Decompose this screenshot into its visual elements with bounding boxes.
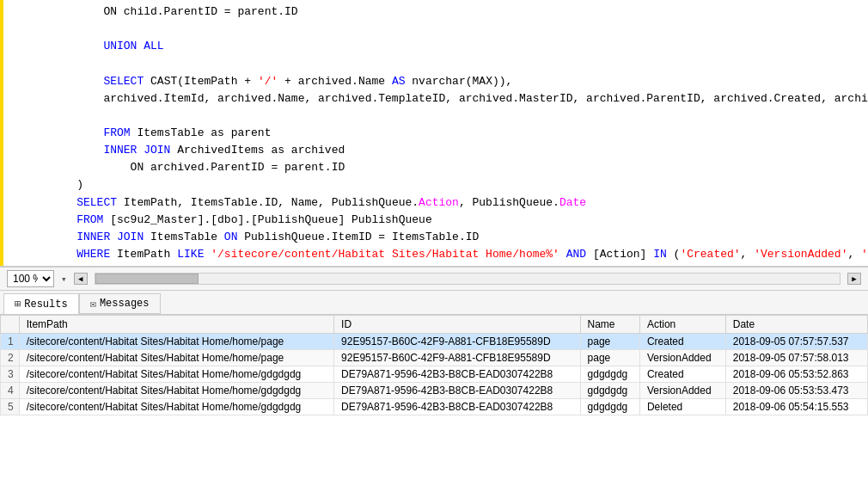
- cell-name: page: [580, 334, 639, 350]
- cell-name: gdgdgdg: [580, 366, 639, 383]
- scroll-right-arrow[interactable]: ▶: [847, 273, 861, 285]
- row-number: 1: [1, 334, 20, 350]
- row-number: 5: [1, 399, 20, 415]
- cell-itempath: /sitecore/content/Habitat Sites/Habitat …: [19, 350, 333, 366]
- cell-date: 2018-09-05 07:57:57.537: [725, 334, 867, 350]
- cell-action: Created: [639, 366, 725, 383]
- cell-id: DE79A871-9596-42B3-B8CB-EAD0307422B8: [334, 366, 580, 383]
- grid-icon: ⊞: [15, 298, 21, 311]
- cell-id: 92E95157-B60C-42F9-A881-CFB18E95589D: [334, 350, 580, 366]
- cell-id: DE79A871-9596-42B3-B8CB-EAD0307422B8: [334, 383, 580, 399]
- table-row[interactable]: 5 /sitecore/content/Habitat Sites/Habita…: [1, 399, 868, 415]
- msg-icon: ✉: [90, 298, 96, 311]
- cell-name: gdgdgdg: [580, 399, 639, 415]
- col-action: Action: [639, 316, 725, 334]
- cell-id: 92E95157-B60C-42F9-A881-CFB18E95589D: [334, 334, 580, 350]
- tab-results[interactable]: ⊞ Results: [3, 293, 79, 314]
- status-bar: 100 % 75 % 50 % ▾ ◀ ▶: [0, 267, 868, 291]
- cell-itempath: /sitecore/content/Habitat Sites/Habitat …: [19, 383, 333, 399]
- scroll-left-arrow[interactable]: ◀: [74, 273, 88, 285]
- table-row[interactable]: 2 /sitecore/content/Habitat Sites/Habita…: [1, 350, 868, 366]
- table-header-row: ItemPath ID Name Action Date: [1, 316, 868, 334]
- row-number: 2: [1, 350, 20, 366]
- zoom-select[interactable]: 100 % 75 % 50 %: [7, 270, 54, 287]
- table-row[interactable]: 1 /sitecore/content/Habitat Sites/Habita…: [1, 334, 868, 350]
- col-date: Date: [725, 316, 867, 334]
- results-table: ItemPath ID Name Action Date 1 /sitecore…: [0, 315, 868, 415]
- scroll-thumb: [95, 274, 199, 284]
- code-lines: ON child.ParentID = parent.ID UNION ALL …: [43, 0, 868, 267]
- zoom-down-icon[interactable]: ▾: [61, 274, 67, 285]
- cell-date: 2018-09-05 07:57:58.013: [725, 350, 867, 366]
- yellow-indicator: [0, 0, 3, 266]
- row-number: 4: [1, 383, 20, 399]
- cell-name: gdgdgdg: [580, 383, 639, 399]
- cell-date: 2018-09-06 05:54:15.553: [725, 399, 867, 415]
- cell-action: Deleted: [639, 399, 725, 415]
- table-row[interactable]: 4 /sitecore/content/Habitat Sites/Habita…: [1, 383, 868, 399]
- scroll-track[interactable]: [95, 273, 840, 285]
- cell-name: page: [580, 350, 639, 366]
- tab-results-label: Results: [24, 298, 67, 311]
- table-row[interactable]: 3 /sitecore/content/Habitat Sites/Habita…: [1, 366, 868, 383]
- cell-date: 2018-09-06 05:53:53.473: [725, 383, 867, 399]
- cell-itempath: /sitecore/content/Habitat Sites/Habitat …: [19, 399, 333, 415]
- tab-messages[interactable]: ✉ Messages: [79, 293, 161, 314]
- col-name: Name: [580, 316, 639, 334]
- cell-action: VersionAdded: [639, 350, 725, 366]
- results-area[interactable]: ItemPath ID Name Action Date 1 /sitecore…: [0, 315, 868, 486]
- tab-messages-label: Messages: [100, 298, 150, 310]
- col-id: ID: [334, 316, 580, 334]
- cell-itempath: /sitecore/content/Habitat Sites/Habitat …: [19, 334, 333, 350]
- cell-id: DE79A871-9596-42B3-B8CB-EAD0307422B8: [334, 399, 580, 415]
- cell-date: 2018-09-06 05:53:52.863: [725, 366, 867, 383]
- cell-action: Created: [639, 334, 725, 350]
- cell-itempath: /sitecore/content/Habitat Sites/Habitat …: [19, 366, 333, 383]
- col-itempath: ItemPath: [19, 316, 333, 334]
- tabs-bar: ⊞ Results ✉ Messages: [0, 291, 868, 315]
- code-editor: ON child.ParentID = parent.ID UNION ALL …: [0, 0, 868, 267]
- col-rownum: [1, 316, 20, 334]
- cell-action: VersionAdded: [639, 383, 725, 399]
- row-number: 3: [1, 366, 20, 383]
